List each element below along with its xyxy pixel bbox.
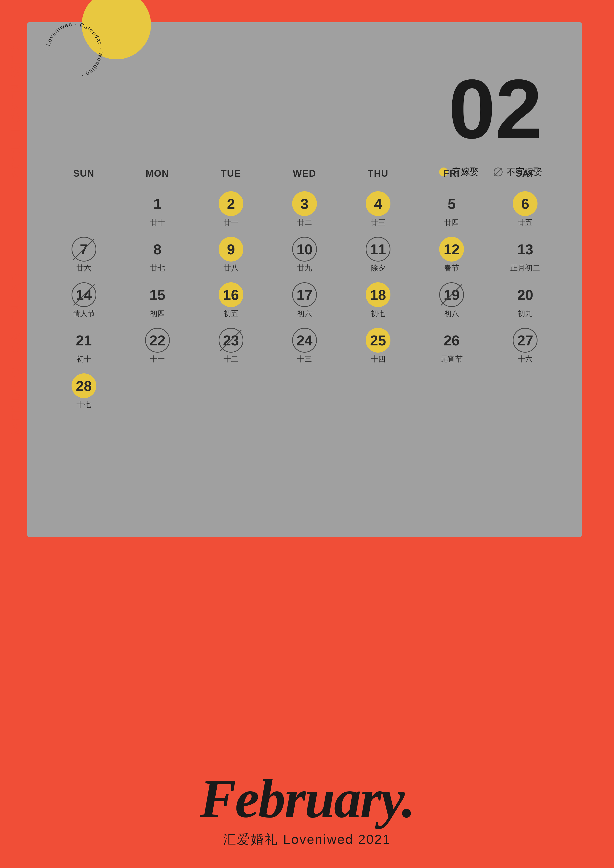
date-circle-14: 14 (72, 282, 96, 307)
day-header: MON (121, 168, 194, 179)
calendar-cell (194, 371, 267, 411)
calendar-cell: 18初七 (341, 280, 415, 321)
date-circle-22: 22 (145, 328, 170, 353)
calendar-cell: 12春节 (415, 234, 488, 275)
date-circle-17: 17 (292, 282, 317, 307)
date-circle-1: 1 (145, 191, 170, 216)
calendar-cell (121, 371, 194, 411)
date-circle-6: 6 (513, 191, 538, 216)
date-circle-7: 7 (72, 237, 96, 262)
calendar-row: 14情人节15初四16初五17初六18初七19初八20初九 (47, 280, 562, 321)
date-circle-18: 18 (366, 282, 390, 307)
lunar-label: 初四 (150, 309, 165, 318)
lunar-label: 情人节 (73, 309, 95, 318)
lunar-label: 廿六 (76, 264, 91, 273)
date-circle-15: 15 (145, 282, 170, 307)
calendar-cell: 6廿五 (488, 189, 562, 229)
calendar-cell: 9廿八 (194, 234, 267, 275)
lunar-label: 廿二 (297, 218, 312, 227)
svg-text:· Loveniwed · Calendar · Weddi: · Loveniwed · Calendar · Wedding · (45, 21, 104, 79)
date-circle-2: 2 (219, 191, 243, 216)
date-circle-13: 13 (513, 237, 538, 262)
day-header: FRI (415, 168, 488, 179)
calendar-cell: 1廿十 (121, 189, 194, 229)
date-circle-20: 20 (513, 282, 538, 307)
calendar-row: 21初十22十一23十二24十三25十四26元宵节27十六 (47, 326, 562, 366)
calendar-row: 7廿六8廿七9廿八10廿九11除夕12春节13正月初二 (47, 234, 562, 275)
calendar-cell: 7廿六 (47, 234, 121, 275)
date-circle-3: 3 (292, 191, 317, 216)
lunar-label: 正月初二 (510, 264, 540, 273)
calendar-row: 1廿十2廿一3廿二4廿三5廿四6廿五 (47, 189, 562, 229)
day-header: TUE (194, 168, 267, 179)
lunar-label: 廿四 (444, 218, 459, 227)
calendar-rows: 1廿十2廿一3廿二4廿三5廿四6廿五7廿六8廿七9廿八10廿九11除夕12春节1… (27, 189, 582, 411)
day-header: SUN (47, 168, 121, 179)
lunar-label: 初八 (444, 309, 459, 318)
day-header: THU (341, 168, 415, 179)
lunar-label: 廿五 (518, 218, 533, 227)
date-circle-9: 9 (219, 237, 243, 262)
lunar-label: 廿八 (224, 264, 238, 273)
day-header: WED (267, 168, 341, 179)
lunar-label: 廿十 (150, 218, 165, 227)
calendar-cell (267, 371, 341, 411)
calendar-cell: 24十三 (267, 326, 341, 366)
lunar-label: 十一 (150, 355, 165, 363)
lunar-label: 廿三 (371, 218, 385, 227)
lunar-label: 十三 (297, 355, 312, 363)
calendar-row: 28十七 (47, 371, 562, 411)
date-circle-10: 10 (292, 237, 317, 262)
calendar-cell: 25十四 (341, 326, 415, 366)
calendar-cell: 28十七 (47, 371, 121, 411)
calendar-cell: 20初九 (488, 280, 562, 321)
calendar-grid: SUNMONTUEWEDTHUFRISAT 1廿十2廿一3廿二4廿三5廿四6廿五… (27, 168, 582, 417)
date-circle-5: 5 (439, 191, 464, 216)
lunar-label: 廿九 (297, 264, 312, 273)
calendar-cell: 19初八 (415, 280, 488, 321)
lunar-label: 初七 (371, 309, 385, 318)
date-circle-28: 28 (72, 374, 96, 398)
calendar-cell: 21初十 (47, 326, 121, 366)
month-name: February. (0, 772, 614, 826)
vertical-text-bottom: WEDDING．CALENDAR (7, 272, 24, 435)
date-circle-19: 19 (439, 282, 464, 307)
date-circle-4: 4 (366, 191, 390, 216)
lunar-label: 十二 (224, 355, 238, 363)
date-circle-26: 26 (439, 328, 464, 353)
date-circle-21: 21 (72, 328, 96, 353)
calendar-cell: 10廿九 (267, 234, 341, 275)
lunar-label: 廿一 (224, 218, 238, 227)
calendar-cell: 13正月初二 (488, 234, 562, 275)
date-circle-16: 16 (219, 282, 243, 307)
lunar-label: 春节 (444, 264, 459, 273)
day-header: SAT (488, 168, 562, 179)
calendar-cell: 23十二 (194, 326, 267, 366)
date-circle-23: 23 (219, 328, 243, 353)
calendar-cell: 14情人节 (47, 280, 121, 321)
bottom-section: February. 汇爱婚礼 Loveniwed 2021 (0, 772, 614, 848)
lunar-label: 初十 (76, 355, 91, 363)
lunar-label: 十六 (518, 355, 533, 363)
vertical-text-top: 2021．LOVENIWED (7, 45, 24, 178)
calendar-cell: 5廿四 (415, 189, 488, 229)
calendar-cell: 16初五 (194, 280, 267, 321)
brand-text: 汇爱婚礼 Loveniwed 2021 (0, 831, 614, 848)
lunar-label: 元宵节 (440, 355, 463, 363)
calendar-cell (341, 371, 415, 411)
calendar-cell: 15初四 (121, 280, 194, 321)
lunar-label: 初六 (297, 309, 312, 318)
calendar-cell (47, 189, 121, 229)
calendar-cell: 17初六 (267, 280, 341, 321)
calendar-cell: 26元宵节 (415, 326, 488, 366)
day-headers: SUNMONTUEWEDTHUFRISAT (27, 168, 582, 179)
date-circle-11: 11 (366, 237, 390, 262)
month-number: 02 (449, 67, 542, 151)
lunar-label: 十四 (371, 355, 385, 363)
calendar-cell: 11除夕 (341, 234, 415, 275)
calendar-cell (488, 371, 562, 411)
date-circle-24: 24 (292, 328, 317, 353)
date-circle-27: 27 (513, 328, 538, 353)
date-circle-8: 8 (145, 237, 170, 262)
calendar-cell: 2廿一 (194, 189, 267, 229)
